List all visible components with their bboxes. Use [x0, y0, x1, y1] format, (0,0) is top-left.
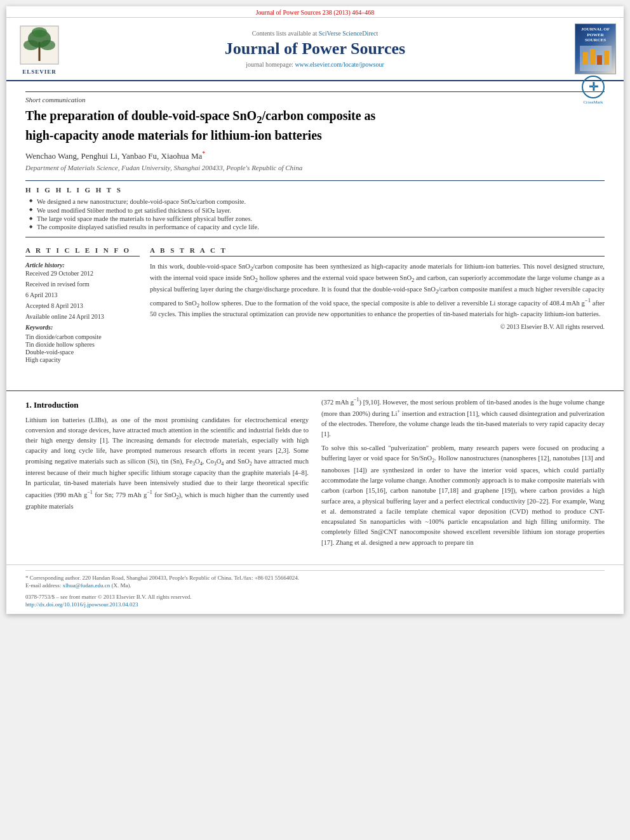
keyword-item: Tin dioxide hollow spheres [25, 341, 140, 348]
sciverse-link[interactable]: SciVerse ScienceDirect [319, 30, 379, 37]
doi-line[interactable]: http://dx.doi.org/10.1016/j.jpowsour.201… [25, 601, 605, 608]
svg-rect-8 [583, 52, 588, 65]
footer-divider [25, 570, 605, 571]
keywords-label: Keywords: [25, 324, 140, 331]
sciverse-line: Contents lists available at SciVerse Sci… [71, 30, 559, 37]
email-value: xlhua@fudan.edu.cn [62, 582, 110, 589]
copyright-line: © 2013 Elsevier B.V. All rights reserved… [150, 323, 605, 330]
content-area: Short communication The preparation of d… [6, 81, 624, 385]
article-title: The preparation of double-void-space SnO… [25, 107, 582, 143]
divider [6, 390, 624, 391]
keywords-list: Tin dioxide/carbon composite Tin dioxide… [25, 333, 140, 363]
article-meta-section: A R T I C L E I N F O Article history: R… [25, 246, 605, 364]
svg-point-6 [32, 27, 47, 37]
issn-line: 0378-7753/$ – see front matter © 2013 El… [25, 594, 605, 600]
journal-homepage: journal homepage: www.elsevier.com/locat… [71, 61, 559, 68]
elsevier-logo: 🌿 ELSEVIER [14, 23, 65, 75]
journal-title: Journal of Power Sources [71, 39, 559, 58]
body-col-right: (372 mAh g−1) [9,10]. However, the most … [321, 396, 605, 552]
header-center: Contents lists available at SciVerse Sci… [71, 30, 559, 68]
highlight-item: We designed a new nanostructure; double-… [29, 197, 605, 205]
section-type: Short communication [25, 91, 605, 103]
svg-rect-10 [597, 55, 602, 65]
elsevier-tree-icon: 🌿 [17, 23, 62, 67]
homepage-url: www.elsevier.com/locate/jpowsour [295, 61, 384, 68]
email-name: (X. Ma). [112, 582, 131, 589]
main-body: 1. Introduction Lithium ion batteries (L… [6, 396, 624, 564]
article-info-heading: A R T I C L E I N F O [25, 246, 140, 257]
accepted-value: Accepted 8 April 2013 [25, 302, 140, 309]
crossmark: ✛ CrossMark [582, 76, 605, 98]
highlight-item: The large void space made the materials … [29, 215, 605, 222]
history-label: Article history: [25, 262, 140, 269]
header-area: 🌿 ELSEVIER Contents lists available at S… [6, 18, 624, 81]
corresponding-author-note: * Corresponding author. 220 Handan Road,… [25, 575, 605, 581]
abstract-col: A B S T R A C T In this work, double-voi… [150, 246, 605, 364]
cover-graphic [580, 46, 612, 71]
affiliation: Department of Materials Science, Fudan U… [25, 164, 605, 171]
highlights-list: We designed a new nanostructure; double-… [25, 197, 605, 230]
received-value: Received 29 October 2012 [25, 270, 140, 277]
online-value: Available online 24 April 2013 [25, 313, 140, 320]
svg-rect-9 [590, 49, 595, 65]
highlights-section: H I G H L I G H T S We designed a new na… [25, 180, 605, 237]
crossmark-icon: ✛ [582, 76, 605, 98]
highlight-item: The composite displayed satisfied result… [29, 223, 605, 230]
intro-para-3: To solve this so-called "pulverization" … [321, 443, 605, 548]
journal-cover-image: JOURNAL OF POWER SOURCES [575, 23, 616, 74]
abstract-heading: A B S T R A C T [150, 246, 605, 257]
revised-label: Received in revised form [25, 281, 140, 288]
journal-citation: Journal of Power Sources 238 (2013) 464–… [256, 9, 375, 16]
intro-para-2: (372 mAh g−1) [9,10]. However, the most … [321, 396, 605, 439]
body-col-left: 1. Introduction Lithium ion batteries (L… [25, 396, 309, 552]
intro-para-1: Lithium ion batteries (LIBs), as one of … [25, 415, 309, 512]
svg-point-5 [40, 40, 55, 50]
page-footer: * Corresponding author. 220 Handan Road,… [6, 564, 624, 614]
highlights-title: H I G H L I G H T S [25, 186, 605, 194]
keyword-item: Tin dioxide/carbon composite [25, 333, 140, 340]
article-info-col: A R T I C L E I N F O Article history: R… [25, 246, 140, 364]
highlight-item: We used modified Stöber method to get sa… [29, 206, 605, 214]
elsevier-label: ELSEVIER [22, 69, 57, 75]
body-columns: 1. Introduction Lithium ion batteries (L… [25, 396, 605, 552]
journal-cover: JOURNAL OF POWER SOURCES [565, 23, 616, 74]
page: Journal of Power Sources 238 (2013) 464–… [6, 6, 624, 614]
keyword-item: Double-void-space [25, 349, 140, 356]
authors: Wenchao Wang, Penghui Li, Yanbao Fu, Xia… [25, 150, 605, 161]
revised-date: 6 April 2013 [25, 291, 140, 298]
introduction-heading: 1. Introduction [25, 399, 309, 411]
email-line: E-mail address: xlhua@fudan.edu.cn (X. M… [25, 582, 605, 589]
svg-rect-11 [604, 51, 609, 65]
svg-point-4 [23, 40, 39, 50]
keyword-item: High capacity [25, 356, 140, 363]
abstract-text: In this work, double-void-space SnO2/car… [150, 262, 605, 319]
journal-top-bar: Journal of Power Sources 238 (2013) 464–… [6, 6, 624, 18]
